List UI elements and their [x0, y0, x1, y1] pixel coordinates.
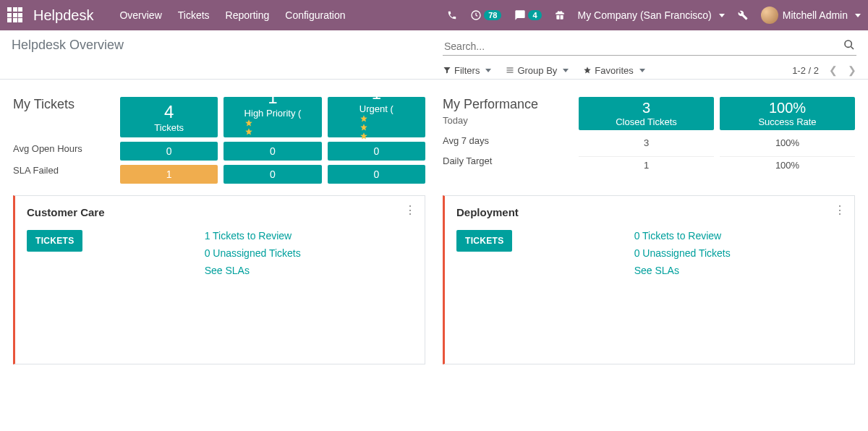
row-sla-failed: SLA Failed: [13, 159, 114, 181]
tickets-button[interactable]: TICKETS: [456, 230, 512, 252]
navbar: Helpdesk Overview Tickets Reporting Conf…: [0, 0, 868, 30]
nav-tickets[interactable]: Tickets: [178, 9, 210, 21]
nav-configuration[interactable]: Configuration: [285, 9, 345, 21]
filters-label: Filters: [454, 65, 480, 76]
favorites-label: Favorites: [595, 65, 633, 76]
my-performance-block: My Performance Today Avg 7 days Daily Ta…: [443, 97, 855, 184]
caret-down-icon: [563, 69, 569, 72]
user-menu[interactable]: Mitchell Admin: [761, 7, 861, 24]
ticket-tile[interactable]: 1Urgent (): [328, 97, 425, 137]
my-performance-sub: Today: [443, 115, 573, 126]
pager-text: 1-2 / 2: [792, 65, 819, 76]
svg-point-1: [845, 40, 851, 47]
tickets-button[interactable]: TICKETS: [27, 230, 82, 252]
messages-icon[interactable]: 4: [514, 9, 541, 21]
ticket-cell[interactable]: 0: [224, 142, 321, 161]
groupby-label: Group By: [517, 65, 557, 76]
perf-cell: 1: [579, 156, 714, 174]
ticket-tile[interactable]: 1High Priority (): [224, 97, 321, 137]
ticket-cell[interactable]: 0: [120, 142, 218, 161]
kanban-card: ⋮DeploymentTICKETS0 Tickets to Review0 U…: [443, 195, 855, 364]
nav-reporting[interactable]: Reporting: [226, 9, 270, 21]
caret-down-icon: [855, 14, 861, 17]
debug-icon[interactable]: [738, 10, 748, 20]
nav-systray: 78 4 My Company (San Francisco) Mitchell…: [447, 7, 861, 24]
kanban-card: ⋮Customer CareTICKETS1 Tickets to Review…: [13, 195, 425, 364]
kebab-menu-icon[interactable]: ⋮: [834, 203, 846, 217]
company-name: My Company (San Francisco): [578, 9, 712, 21]
kanban-row: ⋮Customer CareTICKETS1 Tickets to Review…: [0, 184, 868, 386]
caret-down-icon: [719, 14, 725, 17]
search-input[interactable]: [443, 38, 856, 56]
filters-button[interactable]: Filters: [443, 65, 491, 76]
breadcrumb: Helpdesk Overview: [12, 38, 434, 53]
card-link[interactable]: See SLAs: [634, 265, 843, 276]
pager: 1-2 / 2 ❮ ❯: [792, 64, 856, 76]
control-panel: Helpdesk Overview Filters Group By Favor…: [0, 30, 868, 80]
card-link[interactable]: 0 Unassigned Tickets: [205, 247, 413, 259]
card-link[interactable]: 1 Tickets to Review: [205, 230, 413, 242]
perf-tile[interactable]: 3Closed Tickets: [579, 97, 714, 130]
my-tickets-block: My Tickets Avg Open Hours SLA Failed 4Ti…: [13, 97, 425, 184]
card-link[interactable]: 0 Unassigned Tickets: [634, 247, 843, 259]
messages-badge: 4: [528, 10, 541, 20]
nav-links: Overview Tickets Reporting Configuration: [119, 9, 345, 21]
activities-icon[interactable]: 78: [470, 9, 501, 21]
user-name: Mitchell Admin: [783, 9, 848, 21]
company-switcher[interactable]: My Company (San Francisco): [578, 9, 725, 21]
card-title: Deployment: [456, 206, 843, 218]
row-daily-target: Daily Target: [443, 150, 573, 171]
gift-icon[interactable]: [555, 10, 565, 20]
card-title: Customer Care: [27, 206, 413, 218]
search-wrap: [443, 38, 856, 56]
activities-badge: 78: [484, 10, 501, 20]
pager-prev[interactable]: ❮: [829, 64, 838, 76]
ticket-cell[interactable]: 0: [328, 142, 425, 161]
ticket-cell[interactable]: 0: [328, 165, 425, 184]
card-link[interactable]: See SLAs: [205, 265, 413, 276]
perf-cell: 100%: [720, 156, 855, 174]
ticket-cell[interactable]: 1: [120, 165, 218, 184]
phone-icon[interactable]: [447, 10, 457, 20]
ticket-tile[interactable]: 4Tickets: [120, 97, 218, 137]
ticket-cell[interactable]: 0: [224, 165, 321, 184]
perf-tile[interactable]: 100%Success Rate: [720, 97, 855, 130]
my-tickets-title: My Tickets: [13, 97, 75, 112]
my-performance-title: My Performance: [443, 97, 573, 112]
card-link[interactable]: 0 Tickets to Review: [634, 230, 843, 242]
avatar: [761, 7, 778, 24]
nav-overview[interactable]: Overview: [119, 9, 161, 21]
brand-title: Helpdesk: [33, 7, 93, 24]
row-avg-7-days: Avg 7 days: [443, 130, 573, 150]
kebab-menu-icon[interactable]: ⋮: [404, 203, 416, 217]
pager-next[interactable]: ❯: [848, 64, 856, 76]
apps-grid-icon[interactable]: [7, 7, 23, 23]
row-avg-open-hours: Avg Open Hours: [13, 137, 114, 159]
perf-cell: 100%: [720, 135, 855, 152]
search-icon[interactable]: [843, 39, 855, 51]
dashboard: My Tickets Avg Open Hours SLA Failed 4Ti…: [0, 80, 868, 184]
cp-toolbar: Filters Group By Favorites 1-2 / 2 ❮ ❯: [443, 64, 856, 76]
caret-down-icon: [485, 69, 491, 72]
caret-down-icon: [639, 69, 645, 72]
favorites-button[interactable]: Favorites: [583, 65, 644, 76]
perf-cell: 3: [579, 135, 714, 152]
groupby-button[interactable]: Group By: [506, 65, 569, 76]
